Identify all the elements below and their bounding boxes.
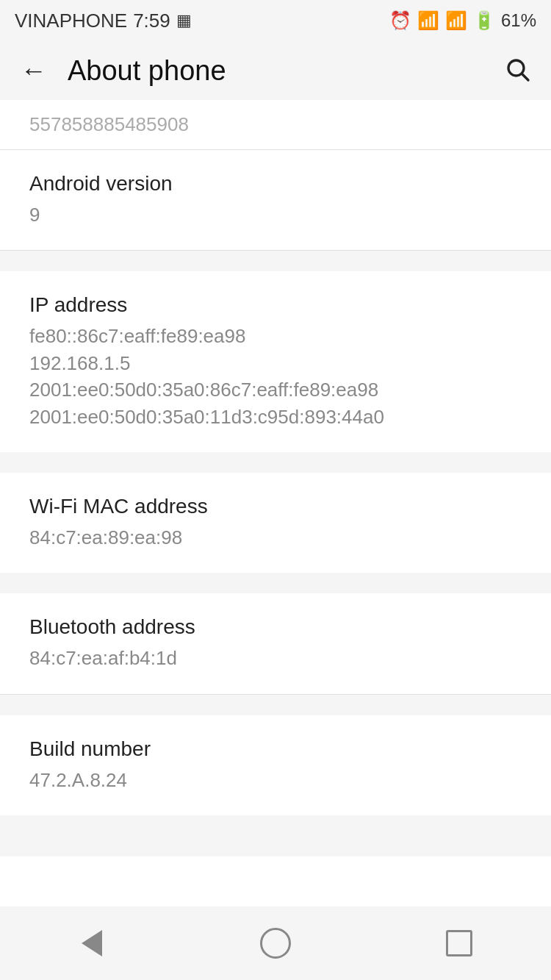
build-number-item[interactable]: Build number 47.2.A.8.24 xyxy=(0,715,551,815)
nav-recents-button[interactable] xyxy=(430,921,489,965)
nav-home-button[interactable] xyxy=(246,921,305,965)
top-bar: ← About phone xyxy=(0,41,551,100)
wifi-mac-value: 84:c7:ea:89:ea:98 xyxy=(29,524,522,551)
android-version-item[interactable]: Android version 9 xyxy=(0,150,551,250)
signal-icon: 📶 xyxy=(445,10,467,31)
status-icons: ⏰ 📶 📶 🔋 61% xyxy=(389,10,536,31)
section-gap-6 xyxy=(0,836,551,856)
build-number-value: 47.2.A.8.24 xyxy=(29,767,522,793)
wifi-icon: 📶 xyxy=(417,10,439,31)
section-gap-3 xyxy=(0,573,551,593)
bluetooth-address-value: 84:c7:ea:af:b4:1d xyxy=(29,645,522,671)
section-gap-1 xyxy=(0,251,551,271)
svg-line-1 xyxy=(522,74,528,80)
bottom-nav xyxy=(0,906,551,980)
search-icon xyxy=(504,56,530,82)
build-number-label: Build number xyxy=(29,737,522,761)
ip-address-item[interactable]: IP address fe80::86c7:eaff:fe89:ea98 192… xyxy=(0,271,551,452)
section-gap-4 xyxy=(0,695,551,715)
wifi-mac-label: Wi-Fi MAC address xyxy=(29,495,522,518)
nav-back-button[interactable] xyxy=(62,921,121,965)
bluetooth-address-label: Bluetooth address xyxy=(29,615,522,639)
back-arrow-icon: ← xyxy=(21,55,47,85)
time-label: 7:59 xyxy=(133,10,170,32)
wifi-mac-item[interactable]: Wi-Fi MAC address 84:c7:ea:89:ea:98 xyxy=(0,473,551,573)
recents-square-icon xyxy=(446,930,472,956)
ip-address-value: fe80::86c7:eaff:fe89:ea98 192.168.1.5 20… xyxy=(29,323,522,430)
home-circle-icon xyxy=(260,928,291,959)
alarm-icon: ⏰ xyxy=(389,10,411,31)
section-gap-2 xyxy=(0,452,551,473)
back-button[interactable]: ← xyxy=(15,49,53,92)
partial-serial-item: 557858885485908 xyxy=(0,100,551,149)
content-area: 557858885485908 Android version 9 IP add… xyxy=(0,100,551,906)
page-title: About phone xyxy=(68,55,498,87)
section-gap-5 xyxy=(0,815,551,836)
status-bar: VINAPHONE 7:59 ▦ ⏰ 📶 📶 🔋 61% xyxy=(0,0,551,41)
carrier-time: VINAPHONE 7:59 ▦ xyxy=(15,10,192,32)
search-button[interactable] xyxy=(498,50,536,91)
android-version-value: 9 xyxy=(29,201,522,228)
battery-label: 61% xyxy=(501,10,536,31)
battery-icon: 🔋 xyxy=(473,10,495,31)
partial-serial-value: 557858885485908 xyxy=(29,113,189,135)
android-version-label: Android version xyxy=(29,172,522,196)
bluetooth-address-item[interactable]: Bluetooth address 84:c7:ea:af:b4:1d xyxy=(0,593,551,693)
back-triangle-icon xyxy=(82,930,102,956)
sim-icon: ▦ xyxy=(176,11,192,30)
ip-address-label: IP address xyxy=(29,293,522,317)
carrier-label: VINAPHONE xyxy=(15,10,127,32)
